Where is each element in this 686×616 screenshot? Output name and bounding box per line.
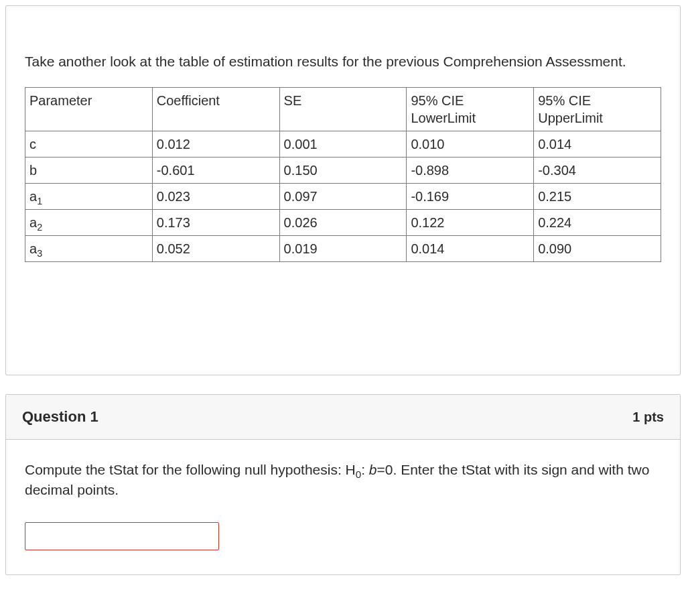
question-panel: Question 1 1 pts Compute the tStat for t… — [5, 394, 681, 575]
table-row: c0.0120.0010.0100.014 — [25, 131, 661, 158]
col-upperlimit: 95% CIE UpperLimit — [534, 88, 661, 131]
intro-text: Take another look at the table of estima… — [25, 52, 661, 71]
col-se: SE — [279, 88, 407, 131]
table-row: a30.0520.0190.0140.090 — [25, 236, 661, 262]
cell-upperlimit: -0.304 — [534, 158, 661, 184]
cell-lowerlimit: -0.898 — [407, 158, 534, 184]
cell-parameter: a3 — [25, 236, 153, 262]
answer-input[interactable] — [25, 522, 219, 550]
cell-coefficient: -0.601 — [152, 158, 279, 184]
cell-se: 0.150 — [279, 158, 407, 184]
cell-parameter: c — [25, 131, 153, 158]
table-body: c0.0120.0010.0100.014b-0.6010.150-0.898-… — [25, 131, 661, 262]
cell-lowerlimit: -0.169 — [407, 184, 534, 210]
cell-coefficient: 0.012 — [152, 131, 279, 158]
estimation-table: Parameter Coefficient SE 95% CIE LowerLi… — [25, 87, 661, 262]
table-row: a10.0230.097-0.1690.215 — [25, 184, 661, 210]
cell-lowerlimit: 0.014 — [407, 236, 534, 262]
cell-lowerlimit: 0.010 — [407, 131, 534, 158]
cell-coefficient: 0.023 — [152, 184, 279, 210]
cell-coefficient: 0.173 — [152, 210, 279, 236]
cell-upperlimit: 0.014 — [534, 131, 661, 158]
col-lowerlimit: 95% CIE LowerLimit — [407, 88, 534, 131]
answer-field-wrap — [25, 522, 219, 550]
table-header-row: Parameter Coefficient SE 95% CIE LowerLi… — [25, 88, 661, 131]
cell-upperlimit: 0.090 — [534, 236, 661, 262]
cell-parameter: a1 — [25, 184, 153, 210]
cell-upperlimit: 0.215 — [534, 184, 661, 210]
table-row: b-0.6010.150-0.898-0.304 — [25, 158, 661, 184]
cell-parameter: b — [25, 158, 153, 184]
cell-se: 0.026 — [279, 210, 407, 236]
question-prompt: Compute the tStat for the following null… — [25, 460, 661, 501]
cell-parameter: a2 — [25, 210, 153, 236]
cell-se: 0.001 — [279, 131, 407, 158]
col-coefficient: Coefficient — [152, 88, 279, 131]
question-title: Question 1 — [22, 408, 98, 426]
cell-se: 0.019 — [279, 236, 407, 262]
cell-coefficient: 0.052 — [152, 236, 279, 262]
info-panel: Take another look at the table of estima… — [5, 5, 681, 375]
cell-lowerlimit: 0.122 — [407, 210, 534, 236]
cell-se: 0.097 — [279, 184, 407, 210]
question-header: Question 1 1 pts — [6, 395, 680, 440]
question-points: 1 pts — [632, 410, 664, 425]
table-row: a20.1730.0260.1220.224 — [25, 210, 661, 236]
cell-upperlimit: 0.224 — [534, 210, 661, 236]
col-parameter: Parameter — [25, 88, 153, 131]
question-body: Compute the tStat for the following null… — [6, 440, 680, 574]
